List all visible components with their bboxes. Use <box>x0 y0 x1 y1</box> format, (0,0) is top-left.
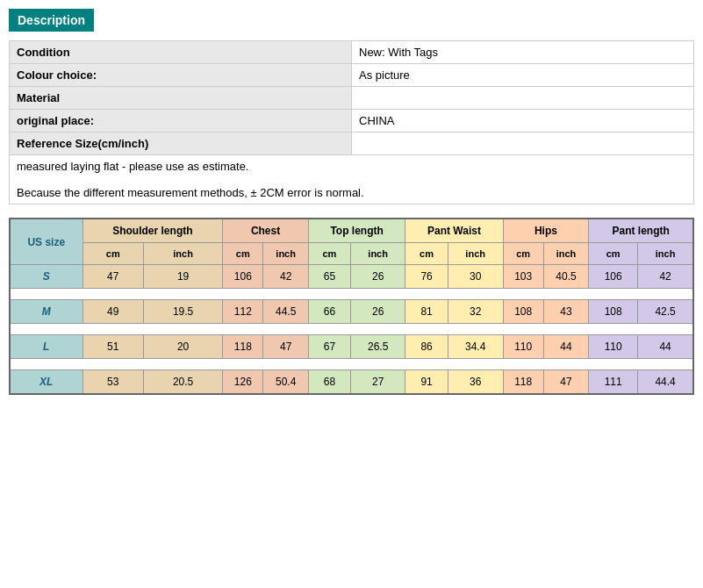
hips-inch-cell: 43 <box>543 300 588 324</box>
pant-waist-inch-cell: 30 <box>448 265 503 289</box>
shoulder-inch-subheader: inch <box>143 243 222 265</box>
material-value <box>352 87 694 110</box>
description-text: measured laying flat - please use as est… <box>10 155 694 204</box>
hips-cm-cell: 118 <box>503 370 543 395</box>
pant-waist-inch-subheader: inch <box>448 243 503 265</box>
pant-waist-inch-cell: 32 <box>448 300 503 324</box>
spacer-row <box>10 324 693 335</box>
hips-cm-cell: 110 <box>503 335 543 359</box>
table-row: Material <box>10 87 694 110</box>
us-size-cell: L <box>10 335 82 359</box>
top-cm-subheader: cm <box>308 243 350 265</box>
info-table: Condition New: With Tags Colour choice: … <box>9 40 694 204</box>
us-size-cell: XL <box>10 370 82 395</box>
size-table-body: S 47 19 106 42 65 26 76 30 103 40.5 106 … <box>10 265 693 395</box>
chest-inch-subheader: inch <box>263 243 308 265</box>
hips-inch-cell: 44 <box>543 335 588 359</box>
us-size-cell: M <box>10 300 82 324</box>
top-cm-cell: 65 <box>308 265 350 289</box>
pant-waist-inch-cell: 36 <box>448 370 503 395</box>
chest-cm-cell: 112 <box>223 300 263 324</box>
page-wrapper: Description Condition New: With Tags Col… <box>0 0 703 404</box>
pant-length-cm-cell: 111 <box>589 370 638 395</box>
table-row: Condition New: With Tags <box>10 41 694 64</box>
top-inch-subheader: inch <box>350 243 405 265</box>
chest-cm-cell: 126 <box>223 370 263 395</box>
hips-cm-cell: 108 <box>503 300 543 324</box>
table-row: L 51 20 118 47 67 26.5 86 34.4 110 44 11… <box>10 335 693 359</box>
description-title: Description <box>18 13 85 27</box>
hips-inch-cell: 47 <box>543 370 588 395</box>
condition-value: New: With Tags <box>352 41 694 64</box>
subheader-row: cm inch cm inch cm inch cm inch cm inch … <box>10 243 693 265</box>
pant-waist-cm-cell: 81 <box>405 300 448 324</box>
pant-length-inch-cell: 44.4 <box>638 370 693 395</box>
pant-length-inch-cell: 44 <box>638 335 693 359</box>
hips-header: Hips <box>503 219 589 243</box>
top-cm-cell: 67 <box>308 335 350 359</box>
pant-length-cm-cell: 108 <box>589 300 638 324</box>
us-size-header: US size <box>10 219 82 265</box>
hips-inch-cell: 40.5 <box>543 265 588 289</box>
hips-inch-subheader: inch <box>543 243 588 265</box>
chest-inch-cell: 42 <box>263 265 308 289</box>
top-inch-cell: 27 <box>350 370 405 395</box>
spacer-row <box>10 289 693 300</box>
chest-cm-subheader: cm <box>223 243 263 265</box>
origin-value: CHINA <box>352 110 694 133</box>
ref-size-label: Reference Size(cm/inch) <box>10 133 352 155</box>
pant-length-inch-cell: 42 <box>638 265 693 289</box>
chest-cm-cell: 118 <box>223 335 263 359</box>
pant-waist-cm-cell: 91 <box>405 370 448 395</box>
chest-inch-cell: 50.4 <box>263 370 308 395</box>
pant-length-cm-cell: 106 <box>589 265 638 289</box>
top-length-header: Top length <box>308 219 405 243</box>
shoulder-header: Shoulder length <box>82 219 223 243</box>
shoulder-cm-subheader: cm <box>82 243 143 265</box>
condition-label: Condition <box>10 41 352 64</box>
table-row: Reference Size(cm/inch) <box>10 133 694 155</box>
shoulder-cm-cell: 51 <box>82 335 143 359</box>
table-row: measured laying flat - please use as est… <box>10 155 694 204</box>
table-row: M 49 19.5 112 44.5 66 26 81 32 108 43 10… <box>10 300 693 324</box>
chest-cm-cell: 106 <box>223 265 263 289</box>
chest-inch-cell: 44.5 <box>263 300 308 324</box>
ref-size-value <box>352 133 694 155</box>
top-cm-cell: 68 <box>308 370 350 395</box>
origin-label: original place: <box>10 110 352 133</box>
shoulder-cm-cell: 47 <box>82 265 143 289</box>
top-inch-cell: 26 <box>350 300 405 324</box>
shoulder-inch-cell: 19.5 <box>143 300 222 324</box>
pant-waist-cm-subheader: cm <box>405 243 448 265</box>
material-label: Material <box>10 87 352 110</box>
pant-waist-inch-cell: 34.4 <box>448 335 503 359</box>
size-table-wrapper: US size Shoulder length Chest Top length… <box>9 218 694 395</box>
shoulder-cm-cell: 49 <box>82 300 143 324</box>
colour-value: As picture <box>352 64 694 87</box>
us-size-cell: S <box>10 265 82 289</box>
pant-waist-cm-cell: 76 <box>405 265 448 289</box>
top-cm-cell: 66 <box>308 300 350 324</box>
chest-header: Chest <box>223 219 309 243</box>
pant-length-cm-cell: 110 <box>589 335 638 359</box>
colour-label: Colour choice: <box>10 64 352 87</box>
pant-length-cm-subheader: cm <box>589 243 638 265</box>
shoulder-inch-cell: 20 <box>143 335 222 359</box>
shoulder-inch-cell: 20.5 <box>143 370 222 395</box>
pant-waist-header: Pant Waist <box>405 219 503 243</box>
size-table: US size Shoulder length Chest Top length… <box>9 218 694 395</box>
description-header: Description <box>9 9 94 32</box>
table-header-row: US size Shoulder length Chest Top length… <box>10 219 693 243</box>
table-row: XL 53 20.5 126 50.4 68 27 91 36 118 47 1… <box>10 370 693 395</box>
hips-cm-cell: 103 <box>503 265 543 289</box>
table-row: S 47 19 106 42 65 26 76 30 103 40.5 106 … <box>10 265 693 289</box>
top-inch-cell: 26 <box>350 265 405 289</box>
pant-length-inch-cell: 42.5 <box>638 300 693 324</box>
hips-cm-subheader: cm <box>503 243 543 265</box>
spacer-row <box>10 359 693 370</box>
top-inch-cell: 26.5 <box>350 335 405 359</box>
pant-length-header: Pant length <box>589 219 693 243</box>
table-row: Colour choice: As picture <box>10 64 694 87</box>
shoulder-inch-cell: 19 <box>143 265 222 289</box>
chest-inch-cell: 47 <box>263 335 308 359</box>
